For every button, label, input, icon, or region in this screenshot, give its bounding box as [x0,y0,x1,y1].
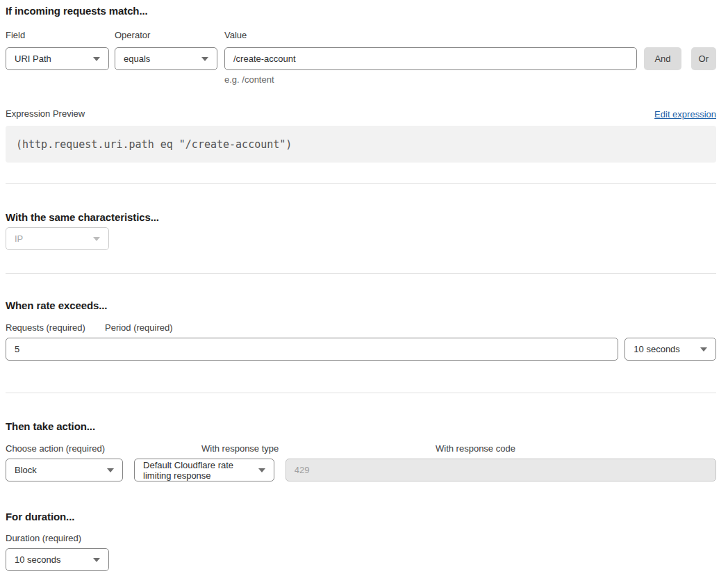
expression-preview-label: Expression Preview [6,108,85,120]
and-button[interactable]: And [644,47,681,70]
operator-dropdown-value: equals [124,53,150,64]
chevron-down-icon [93,57,100,61]
value-label: Value [224,30,637,41]
expression-preview-header: Expression Preview Edit expression [6,108,716,120]
or-button[interactable]: Or [691,47,716,70]
response-type-label: With response type [201,443,436,454]
action-section-title: Then take action... [6,421,716,432]
choose-action-label: Choose action (required) [6,443,201,454]
section-divider [6,183,716,184]
section-divider [6,273,716,274]
rate-limiting-rule-form: If incoming requests match... Field URI … [0,0,728,571]
operator-dropdown[interactable]: equals [115,47,217,70]
operator-label: Operator [115,30,217,41]
requests-input[interactable] [6,338,618,361]
choose-action-dropdown[interactable]: Block [6,459,123,481]
chevron-down-icon [201,57,208,61]
expression-preview-code: (http.request.uri.path eq "/create-accou… [6,126,716,163]
match-section-title: If incoming requests match... [6,6,716,17]
chevron-down-icon [107,468,114,472]
duration-dropdown-value: 10 seconds [15,554,61,565]
characteristic-dropdown: IP [6,227,109,250]
field-label: Field [6,30,109,41]
requests-label: Requests (required) [6,322,105,333]
response-code-label: With response code [436,443,515,454]
edit-expression-link[interactable]: Edit expression [654,109,716,120]
characteristic-dropdown-value: IP [15,233,23,244]
chevron-down-icon [93,558,100,562]
response-type-dropdown[interactable]: Default Cloudflare rate limiting respons… [134,459,274,481]
rate-section-title: When rate exceeds... [6,300,716,311]
response-type-dropdown-value: Default Cloudflare rate limiting respons… [143,460,251,481]
value-input[interactable] [224,47,637,70]
section-divider [6,393,716,393]
period-label: Period (required) [105,322,173,333]
value-helper-text: e.g. /content [224,74,637,85]
field-dropdown[interactable]: URI Path [6,47,109,70]
chevron-down-icon [258,468,265,472]
field-dropdown-value: URI Path [15,53,51,64]
choose-action-dropdown-value: Block [15,465,37,475]
duration-label: Duration (required) [6,533,716,544]
period-dropdown[interactable]: 10 seconds [624,338,716,361]
duration-dropdown[interactable]: 10 seconds [6,548,109,571]
match-expression-row: Field URI Path Operator equals Value e.g… [6,30,716,85]
characteristics-section-title: With the same characteristics... [6,212,716,223]
duration-section-title: For duration... [6,511,716,522]
chevron-down-icon [93,237,100,241]
period-dropdown-value: 10 seconds [634,344,680,354]
chevron-down-icon [700,347,707,352]
response-code-input [286,459,716,481]
